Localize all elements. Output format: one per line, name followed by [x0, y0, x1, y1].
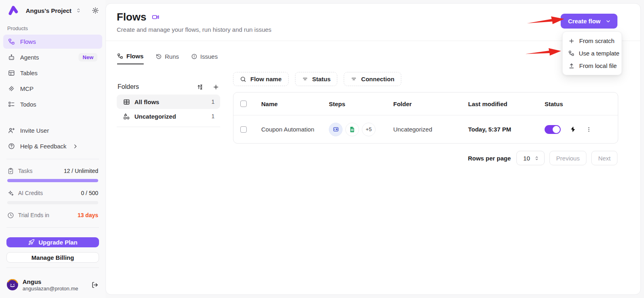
filters-bar: Flow name Status Connection — [233, 72, 401, 86]
help-circle-icon — [8, 143, 15, 150]
tasks-value: 12 / Unlimited — [64, 168, 98, 174]
ai-credits-progress-bar — [7, 201, 98, 204]
rocket-icon — [28, 239, 35, 245]
table-row[interactable]: Coupon Automation +5 Uncategorized Today… — [233, 115, 618, 143]
project-selector-icon[interactable] — [76, 8, 81, 13]
folder-count: 1 — [211, 99, 215, 105]
create-flow-label: Create flow — [568, 18, 601, 25]
grid-icon — [123, 99, 130, 105]
shapes-icon — [123, 113, 130, 120]
tab-label: Runs — [165, 53, 179, 60]
flow-name[interactable]: Coupon Automation — [261, 126, 329, 133]
clipboard-check-icon — [7, 168, 14, 175]
status-filter[interactable]: Status — [295, 72, 338, 86]
tab-runs[interactable]: Runs — [156, 53, 179, 64]
more-steps-badge: +5 — [362, 123, 376, 136]
filter-label: Connection — [361, 76, 394, 82]
video-tutorial-icon[interactable] — [152, 13, 159, 21]
sidebar-item-label: Tables — [20, 70, 37, 76]
tab-issues[interactable]: Issues — [191, 53, 218, 64]
flows-table: Name Steps Folder Last modified Status C… — [233, 92, 618, 144]
next-label: Next — [598, 155, 611, 162]
app-logo-icon — [8, 5, 19, 16]
forms-piece-icon — [329, 123, 343, 136]
alert-circle-icon — [191, 53, 197, 60]
history-icon — [156, 53, 162, 60]
folder-item-all-flows[interactable]: All flows 1 — [117, 95, 220, 109]
menu-item-use-a-template[interactable]: Use a template — [565, 47, 619, 60]
sidebar-item-agents[interactable]: Agents New — [3, 50, 102, 64]
sidebar-item-label: Agents — [20, 54, 39, 61]
filter-label: Status — [312, 76, 331, 82]
user-plus-icon — [8, 127, 15, 134]
sidebar-item-label: Flows — [20, 38, 36, 45]
folders-title: Folders — [118, 83, 139, 90]
sparkles-icon — [7, 190, 14, 197]
column-header-name: Name — [261, 101, 329, 107]
ai-credits-label: AI Credits — [18, 190, 43, 196]
row-checkbox[interactable] — [240, 126, 247, 133]
menu-item-from-scratch[interactable]: From scratch — [565, 35, 619, 47]
sidebar-item-help-feedback[interactable]: Help & Feedback — [3, 139, 102, 153]
logout-icon[interactable] — [91, 282, 98, 288]
folder-label: Uncategorized — [134, 113, 176, 120]
tab-label: Flows — [126, 53, 144, 60]
table-header-row: Name Steps Folder Last modified Status — [233, 92, 618, 115]
sidebar-item-todos[interactable]: Todos — [3, 97, 102, 111]
menu-item-from-local-file[interactable]: From local file — [565, 60, 619, 72]
upgrade-plan-label: Upgrade Plan — [39, 239, 78, 246]
connection-filter[interactable]: Connection — [344, 72, 401, 86]
avatar — [6, 279, 19, 291]
project-name[interactable]: Angus's Project — [26, 7, 72, 14]
create-flow-menu: From scratch Use a template From local f… — [562, 31, 622, 75]
sidebar-item-tables[interactable]: Tables — [3, 66, 102, 80]
table-icon — [8, 70, 15, 76]
chevrons-up-down-icon — [534, 156, 539, 161]
ai-credits-value: 0 / 500 — [81, 190, 98, 196]
workflow-icon — [117, 53, 123, 59]
lightning-bolt-icon[interactable] — [570, 126, 576, 133]
filter-icon — [351, 76, 357, 82]
flow-enabled-toggle[interactable] — [545, 125, 561, 134]
user-email: anguslazan@proton.me — [23, 286, 78, 292]
sidebar-header: Angus's Project — [0, 0, 105, 20]
page-subtitle: Create and manage your flows, run histor… — [117, 26, 271, 33]
folders-panel: Folders All flows 1 Uncategorized 1 — [117, 82, 220, 127]
page: Angus's Project Products Flows Agents Ne… — [0, 0, 644, 298]
chevron-right-icon — [72, 144, 78, 149]
row-menu-kebab-icon[interactable] — [586, 126, 592, 133]
folder-count: 1 — [211, 113, 215, 119]
sort-az-icon[interactable] — [197, 84, 204, 90]
plus-icon[interactable] — [213, 84, 219, 90]
products-section-label: Products — [0, 20, 105, 34]
flow-name-filter[interactable]: Flow name — [233, 72, 289, 86]
manage-billing-button[interactable]: Manage Billing — [6, 252, 99, 263]
mcp-icon — [8, 85, 15, 92]
sidebar: Angus's Project Products Flows Agents Ne… — [0, 0, 105, 298]
manage-billing-label: Manage Billing — [31, 254, 74, 261]
workflow-icon — [568, 50, 574, 56]
previous-page-button[interactable]: Previous — [549, 151, 586, 165]
select-all-checkbox[interactable] — [240, 101, 247, 107]
clock-icon — [7, 212, 14, 219]
tabs: Flows Runs Issues — [117, 53, 218, 64]
column-header-status: Status — [545, 101, 618, 107]
sidebar-item-flows[interactable]: Flows — [3, 35, 102, 49]
sidebar-item-invite-user[interactable]: Invite User — [3, 123, 102, 138]
trial-label: Trial Ends in — [18, 212, 49, 218]
user-name: Angus — [23, 278, 78, 285]
next-page-button[interactable]: Next — [591, 151, 617, 165]
sidebar-item-mcp[interactable]: MCP — [3, 82, 102, 96]
column-header-last-modified: Last modified — [468, 101, 545, 107]
folder-item-uncategorized[interactable]: Uncategorized 1 — [117, 109, 220, 123]
upgrade-plan-button[interactable]: Upgrade Plan — [6, 237, 99, 248]
user-footer[interactable]: Angus anguslazan@proton.me — [0, 273, 105, 298]
sidebar-item-label: Todos — [20, 101, 36, 108]
create-flow-button[interactable]: Create flow — [561, 14, 617, 29]
rows-per-page-select[interactable]: 10 — [516, 151, 545, 165]
settings-gear-icon[interactable] — [92, 7, 99, 14]
ai-credits-usage-row: AI Credits 0 / 500 — [6, 186, 99, 200]
tab-flows[interactable]: Flows — [117, 53, 144, 64]
annotation-arrow-use-a-template — [524, 46, 562, 59]
rows-per-page-value: 10 — [523, 155, 530, 162]
